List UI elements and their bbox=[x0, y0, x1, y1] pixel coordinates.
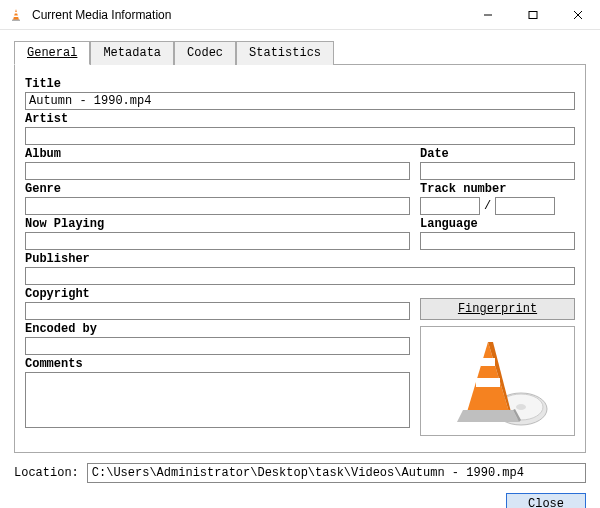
tab-metadata[interactable]: Metadata bbox=[90, 41, 174, 65]
album-label: Album bbox=[25, 145, 410, 162]
title-label: Title bbox=[25, 75, 575, 92]
location-field[interactable] bbox=[87, 463, 586, 483]
svg-rect-13 bbox=[481, 358, 495, 366]
close-button-rest: lose bbox=[535, 497, 564, 508]
vlc-cone-icon bbox=[8, 7, 24, 23]
artist-label: Artist bbox=[25, 110, 575, 127]
svg-rect-14 bbox=[476, 378, 500, 387]
svg-line-7 bbox=[574, 11, 582, 19]
track-number-field-b[interactable] bbox=[495, 197, 555, 215]
publisher-field[interactable] bbox=[25, 267, 575, 285]
window-controls bbox=[465, 0, 600, 29]
album-field[interactable] bbox=[25, 162, 410, 180]
date-field[interactable] bbox=[420, 162, 575, 180]
svg-marker-11 bbox=[467, 342, 509, 412]
artist-field[interactable] bbox=[25, 127, 575, 145]
comments-label: Comments bbox=[25, 355, 410, 372]
fingerprint-button[interactable]: Fingerprint bbox=[420, 298, 575, 320]
svg-rect-2 bbox=[14, 15, 19, 17]
svg-line-6 bbox=[574, 11, 582, 19]
close-button[interactable]: Close bbox=[506, 493, 586, 508]
svg-rect-3 bbox=[12, 19, 20, 21]
copyright-label: Copyright bbox=[25, 285, 410, 302]
maximize-button[interactable] bbox=[510, 0, 555, 29]
comments-field[interactable] bbox=[25, 372, 410, 428]
general-panel: Title Artist Album Date Genre bbox=[14, 65, 586, 453]
location-label: Location: bbox=[14, 466, 79, 480]
tab-codec[interactable]: Codec bbox=[174, 41, 236, 65]
copyright-field[interactable] bbox=[25, 302, 410, 320]
track-number-field-a[interactable] bbox=[420, 197, 480, 215]
now-playing-field[interactable] bbox=[25, 232, 410, 250]
now-playing-label: Now Playing bbox=[25, 215, 410, 232]
track-number-label: Track number bbox=[420, 180, 575, 197]
artwork-placeholder bbox=[420, 326, 575, 436]
date-label: Date bbox=[420, 145, 575, 162]
genre-label: Genre bbox=[25, 180, 410, 197]
location-row: Location: bbox=[0, 453, 600, 483]
minimize-button[interactable] bbox=[465, 0, 510, 29]
svg-point-10 bbox=[516, 404, 526, 410]
svg-marker-15 bbox=[457, 410, 519, 422]
genre-field[interactable] bbox=[25, 197, 410, 215]
close-row: Close bbox=[0, 483, 600, 508]
svg-rect-5 bbox=[529, 11, 537, 18]
language-label: Language bbox=[420, 215, 575, 232]
track-separator: / bbox=[484, 199, 491, 213]
tab-strip: General Metadata Codec Statistics bbox=[14, 40, 586, 65]
titlebar: Current Media Information bbox=[0, 0, 600, 30]
tab-statistics[interactable]: Statistics bbox=[236, 41, 334, 65]
language-field[interactable] bbox=[420, 232, 575, 250]
close-window-button[interactable] bbox=[555, 0, 600, 29]
content-area: General Metadata Codec Statistics Title … bbox=[0, 30, 600, 453]
encoded-by-label: Encoded by bbox=[25, 320, 410, 337]
svg-rect-1 bbox=[14, 12, 18, 14]
tab-general[interactable]: General bbox=[14, 41, 90, 65]
vlc-cone-large-icon bbox=[443, 334, 553, 429]
encoded-by-field[interactable] bbox=[25, 337, 410, 355]
window-title: Current Media Information bbox=[32, 8, 465, 22]
publisher-label: Publisher bbox=[25, 250, 575, 267]
title-field[interactable] bbox=[25, 92, 575, 110]
svg-marker-0 bbox=[13, 9, 19, 20]
